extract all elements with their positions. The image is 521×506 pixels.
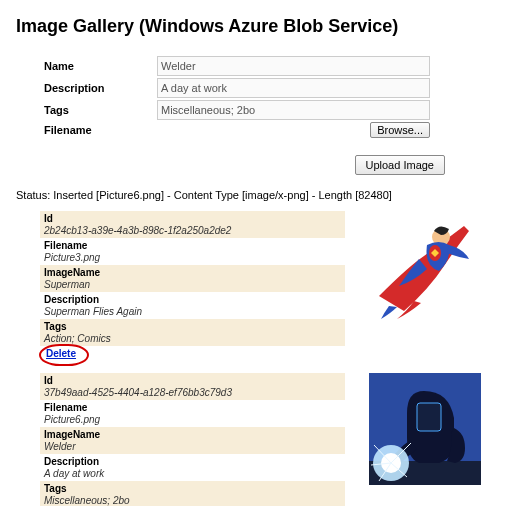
highlight-circle-icon	[39, 344, 89, 366]
entry-details: Id2b24cb13-a39e-4a3b-898c-1f2a250a2de2Fi…	[40, 211, 345, 359]
filename-value: Picture3.png	[44, 252, 100, 263]
status-text: Status: Inserted [Picture6.png] - Conten…	[16, 189, 505, 201]
description-input[interactable]	[157, 78, 430, 98]
description-value: A day at work	[44, 468, 104, 479]
tags-value: Miscellaneous; 2bo	[44, 495, 130, 506]
filename-label: Filename	[40, 121, 153, 139]
name-label: Name	[40, 55, 153, 77]
tags-value: Action; Comics	[44, 333, 111, 344]
imagename-value: Superman	[44, 279, 90, 290]
tags-field-label: Tags	[44, 321, 341, 333]
tags-label: Tags	[40, 99, 153, 121]
entry-details: Id37b49aad-4525-4404-a128-ef76bb3c79d3Fi…	[40, 373, 345, 506]
upload-image-button[interactable]: Upload Image	[355, 155, 446, 175]
filename-field-label: Filename	[44, 240, 341, 252]
imagename-value: Welder	[44, 441, 76, 452]
imagename-label: ImageName	[44, 429, 341, 441]
entry-thumbnail	[369, 373, 481, 485]
id-label: Id	[44, 375, 341, 387]
entry-thumbnail	[369, 211, 481, 323]
page-title: Image Gallery (Windows Azure Blob Servic…	[16, 16, 505, 37]
imagename-label: ImageName	[44, 267, 341, 279]
filename-value: Picture6.png	[44, 414, 100, 425]
filename-field-label: Filename	[44, 402, 341, 414]
tags-field-label: Tags	[44, 483, 341, 495]
id-value: 37b49aad-4525-4404-a128-ef76bb3c79d3	[44, 387, 232, 398]
description-value: Superman Flies Again	[44, 306, 142, 317]
description-field-label: Description	[44, 456, 341, 468]
name-input[interactable]	[157, 56, 430, 76]
upload-form: Name Description Tags Filename Browse...	[40, 55, 434, 139]
gallery-entry: Id37b49aad-4525-4404-a128-ef76bb3c79d3Fi…	[16, 373, 505, 506]
id-value: 2b24cb13-a39e-4a3b-898c-1f2a250a2de2	[44, 225, 231, 236]
browse-button[interactable]: Browse...	[370, 122, 430, 138]
tags-input[interactable]	[157, 100, 430, 120]
delete-link[interactable]: Delete	[46, 348, 76, 359]
description-label: Description	[40, 77, 153, 99]
description-field-label: Description	[44, 294, 341, 306]
id-label: Id	[44, 213, 341, 225]
gallery-entry: Id2b24cb13-a39e-4a3b-898c-1f2a250a2de2Fi…	[16, 211, 505, 359]
